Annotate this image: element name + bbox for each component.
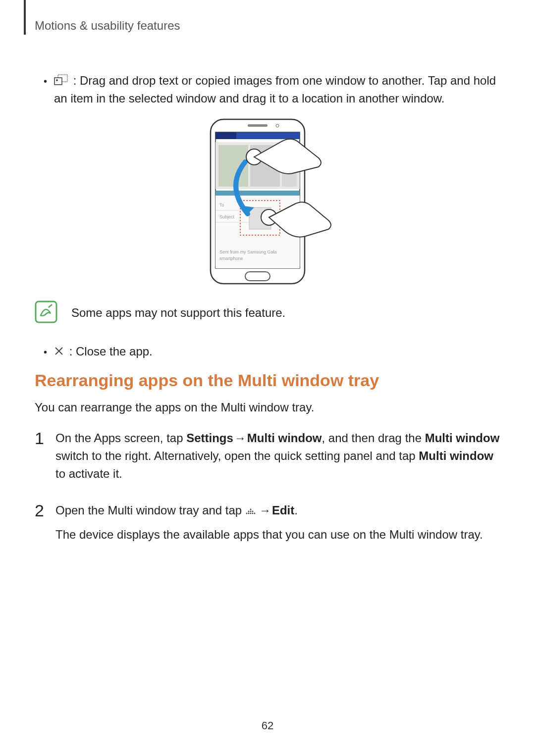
svg-point-35 [250, 513, 251, 514]
svg-text:To: To [219, 202, 224, 207]
s1-b4: Multi window [419, 449, 493, 462]
svg-point-36 [252, 511, 253, 512]
grid-dots-icon [245, 502, 256, 520]
s1-t4: to activate it. [55, 467, 122, 480]
svg-point-34 [250, 511, 251, 512]
svg-point-37 [252, 513, 253, 514]
note-icon [35, 301, 57, 325]
svg-text:Sent from my Samsung Gala: Sent from my Samsung Gala [219, 250, 277, 254]
s1-t3: switch to the right. Alternatively, open… [55, 449, 419, 462]
s1-t2: , and then drag the [322, 431, 425, 445]
bullet-close-app: • : Close the app. [44, 343, 500, 361]
svg-point-30 [246, 513, 247, 514]
svg-text:Subject: Subject [219, 214, 235, 219]
svg-rect-1 [54, 78, 62, 85]
bullet-body: : Drag and drop text or copied images fr… [54, 72, 500, 107]
svg-rect-3 [248, 124, 268, 127]
svg-line-27 [49, 304, 52, 307]
s1-b1: Settings [186, 431, 233, 445]
s2-b1: Edit [272, 504, 294, 517]
bullet-marker: • [44, 345, 47, 361]
svg-point-32 [248, 513, 249, 514]
step-number-1: 1 [35, 429, 55, 489]
step-body-1: On the Apps screen, tap Settings → Multi… [55, 429, 500, 489]
s1-t1: On the Apps screen, tap [55, 431, 186, 445]
arrow-icon: → [234, 429, 246, 447]
illustration-container: To Subject Sent from my Samsung Gala sma… [35, 117, 500, 286]
svg-rect-8 [215, 132, 236, 139]
step-body-2: Open the Multi window tray and tap → Edi… [55, 502, 500, 550]
step-1: 1 On the Apps screen, tap Settings → Mul… [35, 429, 500, 489]
content-area: • : Drag and drop text or copied images … [35, 72, 500, 550]
s1-b2: Multi window [247, 431, 322, 445]
arrow-icon: → [259, 502, 271, 519]
svg-text:smartphone: smartphone [219, 256, 243, 261]
bullet-marker: • [44, 74, 47, 107]
step-number-2: 2 [35, 502, 55, 550]
note-row: Some apps may not support this feature. [35, 301, 500, 325]
bullet-body: : Close the app. [54, 343, 500, 361]
svg-rect-13 [215, 191, 300, 196]
page-number: 62 [0, 719, 535, 732]
s2-t2: . [294, 504, 298, 517]
bullet-drag-drop: • : Drag and drop text or copied images … [44, 72, 500, 107]
s2-t1: Open the Multi window tray and tap [55, 504, 245, 517]
svg-point-38 [254, 513, 255, 514]
note-text: Some apps may not support this feature. [71, 306, 285, 320]
bullet-close-text: : Close the app. [66, 345, 153, 358]
svg-point-31 [248, 511, 249, 512]
breadcrumb: Motions & usability features [35, 19, 500, 33]
header-accent-line [24, 0, 26, 35]
bullet-drag-drop-text: : Drag and drop text or copied images fr… [54, 74, 496, 105]
svg-point-33 [250, 509, 251, 510]
drag-drop-icon [54, 73, 68, 90]
s1-b3: Multi window [425, 431, 500, 445]
step-2: 2 Open the Multi window tray and tap → E… [35, 502, 500, 550]
section-intro: You can rearrange the apps on the Multi … [35, 399, 500, 416]
section-heading: Rearranging apps on the Multi window tra… [35, 371, 500, 390]
svg-rect-26 [36, 302, 56, 322]
close-icon [54, 344, 64, 361]
s2-p2: The device displays the available apps t… [55, 526, 500, 544]
phone-drag-illustration: To Subject Sent from my Samsung Gala sma… [196, 117, 339, 286]
